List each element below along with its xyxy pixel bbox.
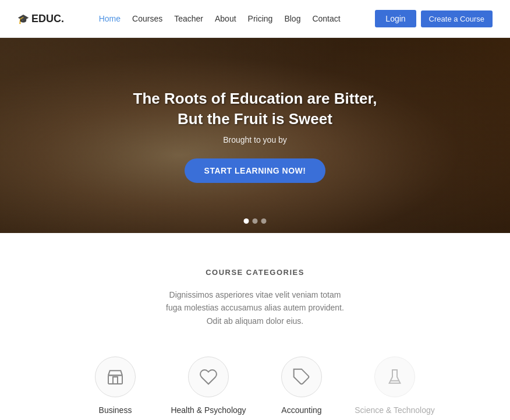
health-icon-wrap (188, 357, 229, 397)
nav-contact[interactable]: Contact (312, 13, 340, 24)
carousel-dot-2[interactable] (253, 218, 258, 224)
categories-section: COURSE CATEGORIES Dignissimos asperiores… (0, 233, 510, 420)
category-health-label: Health & Psychology (171, 405, 246, 415)
category-accounting[interactable]: Accounting (255, 357, 348, 415)
carousel-dot-3[interactable] (261, 218, 267, 224)
hero-carousel-dots (244, 218, 267, 224)
store-icon (106, 368, 125, 386)
category-health-psychology[interactable]: Health & Psychology (162, 357, 255, 415)
hero-title: The Roots of Education are Bitter, But t… (133, 88, 377, 129)
categories-description: Dignissimos asperiores vitae velit venia… (162, 288, 348, 327)
create-course-button[interactable]: Create a Course (421, 10, 493, 27)
carousel-dot-1[interactable] (244, 218, 249, 224)
business-icon-wrap (95, 357, 136, 397)
science-icon-wrap (374, 357, 415, 397)
category-business[interactable]: Business (69, 357, 162, 415)
categories-heading: COURSE CATEGORIES (23, 268, 487, 277)
category-accounting-label: Accounting (281, 405, 321, 415)
category-business-label: Business (99, 405, 132, 415)
nav-actions: Login Create a Course (375, 10, 493, 27)
nav-blog[interactable]: Blog (284, 13, 300, 24)
logo-text: EDUC. (31, 13, 64, 25)
category-science-label: Science & Technology (355, 405, 435, 415)
nav-courses[interactable]: Courses (132, 13, 162, 24)
logo-icon: 🎓 (17, 13, 29, 24)
nav-pricing[interactable]: Pricing (248, 13, 273, 24)
hero-section: The Roots of Education are Bitter, But t… (0, 38, 510, 233)
login-button[interactable]: Login (375, 10, 416, 27)
category-science-technology[interactable]: Science & Technology (348, 357, 441, 415)
categories-row: Business Health & Psychology Accounting (23, 357, 487, 415)
nav-links: Home Courses Teacher About Pricing Blog … (99, 13, 341, 24)
flask-icon (385, 368, 404, 386)
heart-icon (199, 368, 218, 386)
nav-home[interactable]: Home (99, 13, 121, 24)
nav-about[interactable]: About (215, 13, 236, 24)
nav-teacher[interactable]: Teacher (174, 13, 203, 24)
navbar: 🎓 EDUC. Home Courses Teacher About Prici… (0, 0, 510, 38)
accounting-icon-wrap (281, 357, 322, 397)
tag-icon (292, 368, 311, 386)
hero-content: The Roots of Education are Bitter, But t… (133, 88, 377, 182)
hero-subtitle: Brought to you by (133, 135, 377, 144)
hero-cta-button[interactable]: START LEARNING NOW! (185, 158, 326, 183)
logo[interactable]: 🎓 EDUC. (17, 13, 64, 25)
